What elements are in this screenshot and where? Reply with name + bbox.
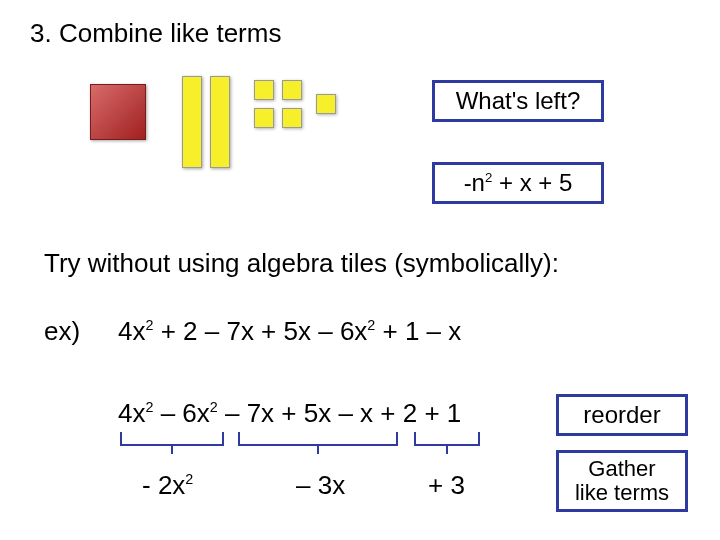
bracket-x2 — [120, 432, 224, 446]
result-post: + x + 5 — [492, 169, 572, 196]
tile-x-bar — [182, 76, 202, 168]
callout-reorder: reorder — [556, 394, 688, 436]
tile-unit — [254, 108, 274, 128]
tile-x-bar — [210, 76, 230, 168]
result-pre: -n — [464, 169, 485, 196]
gathered-terms: - 2x2 – 3x + 3 — [118, 470, 548, 510]
bracket-const — [414, 432, 480, 446]
tile-n-squared — [90, 84, 146, 140]
callout-result: -n2 + x + 5 — [432, 162, 604, 204]
tile-unit — [254, 80, 274, 100]
bracket-x — [238, 432, 398, 446]
tile-unit — [282, 108, 302, 128]
tile-unit — [282, 80, 302, 100]
gathered-x: – 3x — [296, 470, 345, 501]
reorder-expression: 4x2 – 6x2 – 7x + 5x – x + 2 + 1 — [118, 398, 461, 429]
try-line: Try without using algebra tiles (symboli… — [44, 248, 559, 279]
gathered-x2: - 2x2 — [142, 470, 193, 501]
step-title: 3. Combine like terms — [30, 18, 281, 49]
algebra-tiles — [90, 76, 370, 186]
ex-expression: 4x2 + 2 – 7x + 5x – 6x2 + 1 – x — [118, 316, 461, 347]
callout-gather: Gather like terms — [556, 450, 688, 512]
ex-label: ex) — [44, 316, 80, 347]
tile-unit — [316, 94, 336, 114]
callout-whats-left: What's left? — [432, 80, 604, 122]
gathered-const: + 3 — [428, 470, 465, 501]
